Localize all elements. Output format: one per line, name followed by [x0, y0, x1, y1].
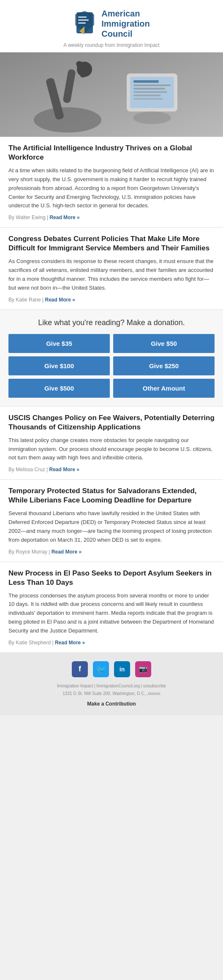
footer-links: Immigration Impact | ImmigrationCouncil.… [8, 682, 215, 698]
article-tps: Temporary Protected Status for Salvadora… [0, 480, 223, 562]
logo-icon [73, 10, 96, 38]
article-elpaso-body: The process condenses the asylum process… [8, 592, 215, 635]
svg-rect-14 [133, 80, 159, 83]
article-ai-headline: The Artificial Intelligence Industry Thr… [8, 144, 215, 162]
donation-grid: Give $35 Give $50 Give $100 Give $250 Gi… [8, 334, 215, 398]
article-uscis-body: This latest policy change creates more o… [8, 436, 215, 462]
article-uscis: USCIS Changes Policy on Fee Waivers, Pot… [0, 407, 223, 480]
article-uscis-headline: USCIS Changes Policy on Fee Waivers, Pot… [8, 413, 215, 432]
svg-point-7 [34, 107, 101, 133]
svg-rect-3 [78, 19, 89, 21]
article-elpaso-read-more[interactable]: Read More » [55, 640, 85, 646]
donate-250-button[interactable]: Give $250 [113, 356, 215, 375]
article-congress-byline: By Katie Rane | Read More » [8, 297, 215, 303]
facebook-icon[interactable]: f [72, 661, 88, 677]
article-elpaso-headline: New Process in El Paso Seeks to Deport A… [8, 569, 215, 587]
header: American Immigration Council A weekly ro… [0, 0, 223, 52]
donate-500-button[interactable]: Give $500 [8, 379, 110, 398]
article-ai-body: At a time when skills related to the bur… [8, 166, 215, 210]
donate-100-button[interactable]: Give $100 [8, 356, 110, 375]
article-elpaso: New Process in El Paso Seeks to Deport A… [0, 562, 223, 653]
donation-section: Like what you're reading? Make a donatio… [0, 310, 223, 407]
article-uscis-read-more[interactable]: Read More » [49, 467, 79, 472]
svg-rect-4 [78, 22, 86, 24]
article-congress: Congress Debates Current Policies That M… [0, 228, 223, 309]
instagram-icon[interactable]: 📷 [135, 661, 151, 677]
article-tps-headline: Temporary Protected Status for Salvadora… [8, 486, 215, 505]
article-congress-read-more[interactable]: Read More » [45, 297, 75, 303]
article-tps-byline: By Royce Murray | Read More » [8, 549, 215, 555]
article-congress-body: As Congress considers its response to th… [8, 257, 215, 292]
svg-rect-19 [133, 98, 163, 100]
logo-text: American Immigration Council [101, 8, 150, 39]
page-container: American Immigration Council A weekly ro… [0, 0, 223, 715]
article-tps-read-more[interactable]: Read More » [52, 549, 82, 555]
donation-headline: Like what you're reading? Make a donatio… [8, 318, 215, 327]
svg-rect-6 [0, 52, 223, 137]
article-tps-body: Several thousand Liberians who have lawf… [8, 509, 215, 544]
article-uscis-byline: By Melissa Cruz | Read More » [8, 467, 215, 472]
svg-point-20 [133, 111, 171, 124]
twitter-icon[interactable]: 🐦 [93, 661, 109, 677]
article-ai-byline: By Walter Ewing | Read More » [8, 214, 215, 220]
svg-rect-17 [133, 91, 167, 93]
tagline: A weekly roundup from Immigration Impact [8, 42, 215, 48]
svg-rect-16 [133, 88, 165, 90]
donate-other-button[interactable]: Other Amount [113, 379, 215, 398]
article-congress-headline: Congress Debates Current Policies That M… [8, 234, 215, 253]
footer-contribute: Make a Contribution [8, 701, 215, 707]
make-contribution-link[interactable]: Make a Contribution [87, 701, 136, 707]
article-ai: The Artificial Intelligence Industry Thr… [0, 137, 223, 228]
article-ai-read-more[interactable]: Read More » [49, 214, 79, 220]
social-icons: f 🐦 in 📷 [8, 661, 215, 677]
footer-social: f 🐦 in 📷 Immigration Impact | Immigratio… [0, 653, 223, 715]
article-elpaso-byline: By Katie Shepherd | Read More » [8, 640, 215, 646]
linkedin-icon[interactable]: in [114, 661, 130, 677]
donate-50-button[interactable]: Give $50 [113, 334, 215, 353]
logo-wrap: American Immigration Council [8, 8, 215, 39]
hero-image [0, 52, 223, 137]
svg-rect-15 [133, 84, 171, 86]
svg-rect-2 [78, 16, 87, 18]
donate-35-button[interactable]: Give $35 [8, 334, 110, 353]
svg-rect-18 [133, 95, 161, 96]
